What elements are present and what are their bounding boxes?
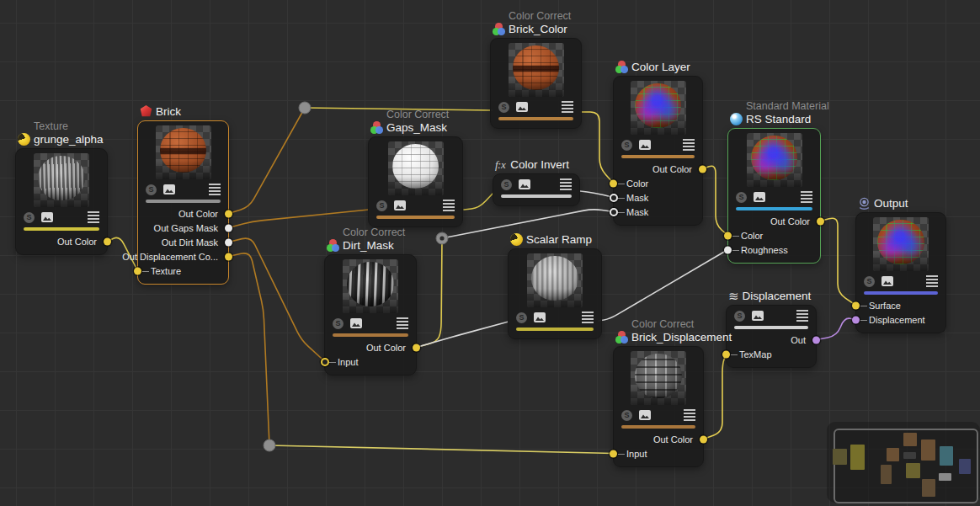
node-color_layer[interactable]: SOut ColorColorMaskMask	[613, 76, 703, 226]
port-brick_displacement-out_color[interactable]: Out Color	[614, 432, 703, 446]
solo-icon[interactable]: S	[501, 179, 512, 190]
node-brick_color[interactable]: S	[490, 38, 582, 129]
port-dot-input[interactable]	[321, 358, 329, 366]
menu-icon[interactable]	[560, 178, 572, 190]
node-title-dirt_mask[interactable]: Color CorrectDirt_Mask	[327, 226, 405, 252]
menu-icon[interactable]	[443, 200, 455, 211]
port-brick-out_dirt_mask[interactable]: Out Dirt Mask	[138, 235, 228, 249]
node-title-gaps_mask[interactable]: Color CorrectGaps_Mask	[370, 109, 449, 134]
node-graph-canvas[interactable]: Texturegrunge_alphaSOut ColorBrickSOut C…	[0, 0, 980, 506]
preview-toggle-icon[interactable]	[519, 179, 530, 189]
menu-icon[interactable]	[582, 312, 594, 323]
solo-icon[interactable]: S	[516, 312, 527, 323]
port-dot-out_dirt_mask[interactable]	[225, 238, 232, 246]
port-dot-mask1[interactable]	[610, 194, 618, 202]
port-dot-displacement[interactable]	[852, 316, 860, 323]
port-dot-out_gaps_mask[interactable]	[225, 224, 232, 232]
node-gaps_mask[interactable]: S	[368, 136, 463, 227]
port-brick-texture[interactable]: Texture	[138, 264, 228, 278]
port-displacement-texmap[interactable]: TexMap	[727, 347, 816, 361]
node-dirt_mask[interactable]: SOut ColorInput	[324, 254, 417, 376]
port-brick-out_displacement[interactable]: Out Displacement Co...	[138, 249, 228, 264]
menu-icon[interactable]	[397, 317, 408, 329]
solo-icon[interactable]: S	[24, 212, 35, 223]
menu-icon[interactable]	[926, 275, 938, 287]
preview-toggle-icon[interactable]	[754, 192, 765, 202]
node-title-grunge_alpha[interactable]: Texturegrunge_alpha	[18, 120, 104, 146]
preview-toggle-icon[interactable]	[516, 102, 528, 112]
node-title-brick[interactable]: Brick	[140, 105, 181, 118]
solo-icon[interactable]: S	[376, 200, 387, 211]
node-title-displacement[interactable]: ≋Displacement	[728, 290, 811, 302]
port-color_layer-mask2[interactable]: Mask	[614, 205, 702, 219]
port-dot-mask2[interactable]	[610, 208, 618, 216]
node-title-brick_displacement[interactable]: Color CorrectBrick_Displacement	[615, 318, 732, 344]
menu-icon[interactable]	[88, 211, 99, 223]
node-displacement[interactable]: SOutTexMap	[726, 305, 817, 368]
menu-icon[interactable]	[683, 139, 695, 151]
solo-icon[interactable]: S	[621, 410, 632, 421]
preview-toggle-icon[interactable]	[881, 276, 893, 286]
port-dot-out_color[interactable]	[700, 435, 707, 443]
menu-icon[interactable]	[684, 409, 695, 421]
port-output-surface[interactable]: Surface	[856, 298, 945, 312]
node-output[interactable]: SSurfaceDisplacement	[855, 212, 946, 333]
port-dot-texmap[interactable]	[722, 350, 730, 358]
preview-toggle-icon[interactable]	[394, 200, 406, 210]
port-brick-out_color[interactable]: Out Color	[138, 206, 228, 221]
port-dot-out[interactable]	[812, 336, 820, 344]
port-dot-out_color[interactable]	[104, 237, 111, 245]
solo-icon[interactable]: S	[621, 140, 632, 151]
preview-toggle-icon[interactable]	[41, 212, 53, 222]
solo-icon[interactable]: S	[333, 318, 344, 329]
port-color_layer-mask1[interactable]: Mask	[614, 190, 702, 205]
port-dot-texture[interactable]	[134, 267, 141, 274]
port-displacement-out[interactable]: Out	[727, 333, 816, 347]
node-title-rs_standard[interactable]: Standard MaterialRS Standard	[730, 100, 829, 125]
port-dot-roughness[interactable]	[724, 246, 732, 253]
port-dot-out_color[interactable]	[817, 217, 824, 225]
port-output-displacement[interactable]: Displacement	[856, 312, 945, 327]
port-rs_standard-roughness[interactable]: Roughness	[728, 242, 820, 257]
node-title-brick_color[interactable]: Color CorrectBrick_Color	[493, 10, 571, 35]
port-dot-out_color[interactable]	[699, 165, 706, 173]
menu-icon[interactable]	[801, 191, 812, 203]
node-color_invert[interactable]: S	[493, 173, 580, 206]
node-brick[interactable]: SOut ColorOut Gaps MaskOut Dirt MaskOut …	[137, 120, 229, 285]
port-rs_standard-out_color[interactable]: Out Color	[728, 214, 820, 228]
port-dot-out_color[interactable]	[413, 344, 420, 351]
preview-toggle-icon[interactable]	[639, 140, 651, 150]
node-title-scalar_ramp[interactable]: Scalar Ramp	[510, 233, 592, 246]
node-rs_standard[interactable]: SOut ColorColorRoughness	[727, 128, 821, 264]
node-title-color_invert[interactable]: f:xColor Invert	[495, 158, 569, 171]
node-brick_displacement[interactable]: SOut ColorInput	[613, 346, 704, 467]
port-dot-out_displacement[interactable]	[225, 253, 232, 260]
port-rs_standard-color[interactable]: Color	[728, 228, 820, 242]
solo-icon[interactable]: S	[734, 311, 745, 322]
port-dirt_mask-input[interactable]: Input	[325, 354, 416, 369]
port-dot-color[interactable]	[610, 179, 617, 187]
port-dot-color[interactable]	[724, 232, 732, 239]
port-color_layer-color[interactable]: Color	[614, 176, 702, 190]
port-dirt_mask-out_color[interactable]: Out Color	[325, 340, 416, 354]
preview-toggle-icon[interactable]	[752, 311, 764, 321]
port-dot-out_color[interactable]	[225, 210, 232, 217]
minimap[interactable]	[827, 422, 980, 503]
port-dot-input[interactable]	[610, 450, 617, 457]
menu-icon[interactable]	[209, 184, 221, 195]
port-brick_displacement-input[interactable]: Input	[614, 446, 703, 461]
preview-toggle-icon[interactable]	[350, 318, 362, 328]
preview-toggle-icon[interactable]	[163, 184, 175, 194]
node-title-output[interactable]: Output	[858, 197, 908, 210]
port-dot-surface[interactable]	[852, 301, 860, 309]
solo-icon[interactable]: S	[146, 184, 157, 195]
node-title-color_layer[interactable]: Color Layer	[615, 61, 690, 73]
menu-icon[interactable]	[562, 101, 573, 113]
solo-icon[interactable]: S	[736, 192, 747, 203]
port-grunge_alpha-out_color[interactable]: Out Color	[16, 234, 107, 248]
menu-icon[interactable]	[796, 310, 808, 322]
node-grunge_alpha[interactable]: SOut Color	[15, 148, 108, 255]
solo-icon[interactable]: S	[498, 102, 509, 113]
port-color_layer-out_color[interactable]: Out Color	[614, 162, 702, 176]
preview-toggle-icon[interactable]	[639, 410, 651, 420]
